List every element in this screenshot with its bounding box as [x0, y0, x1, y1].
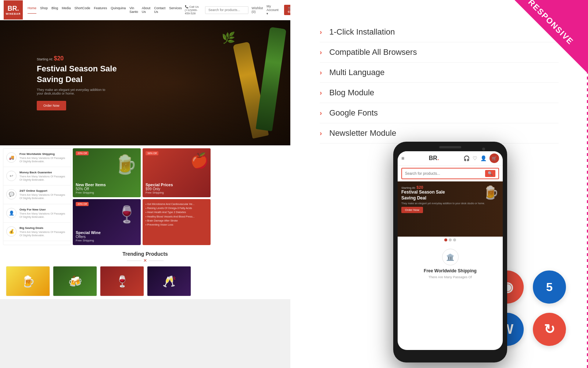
search-input[interactable]: [205, 7, 248, 13]
health-item-3: • Heart Health And Type 2 Diabetes: [146, 210, 208, 214]
health-benefits-card: • Got Microbiome And Cardiovascular He..…: [143, 199, 211, 245]
feature-money-back: ↩ Money Back Guarantee There Are Many Va…: [3, 167, 71, 185]
phone-order-button[interactable]: Order Now: [401, 207, 423, 213]
feature-shipping-text: Free Worldwide Shipping There Are Many V…: [19, 152, 68, 163]
trending-product-1[interactable]: 🍺: [6, 266, 50, 296]
nav-item-services[interactable]: Services: [169, 6, 182, 14]
health-item-4: • Healthy Blood Vessels And Blood Press.…: [146, 215, 208, 219]
product-col-1: 20% Off New Beer Items 50% Off Free Ship…: [73, 148, 141, 245]
phone-hero-title: Festival Season SaleSaving Deal: [401, 190, 485, 201]
website-preview: BR. WINEBAR Home Shop Blog Media ShortCo…: [0, 0, 290, 368]
nav-menu: Home Shop Blog Media ShortCode Features …: [26, 6, 182, 14]
feature-list-item-4: › Blog Module: [320, 83, 559, 103]
feature-money-text: Money Back Guarantee There Are Many Vari…: [19, 171, 68, 181]
phone-dot-3[interactable]: [453, 238, 456, 241]
health-item-2: • Raising Levels Of Omega-3 Fatty Acids: [146, 206, 208, 210]
phone-search-input[interactable]: [405, 171, 485, 176]
wishlist-button[interactable]: Wishlist (0): [251, 6, 263, 14]
tech-icon-refresh[interactable]: ↻: [533, 313, 566, 346]
phone-user-icon: 👤: [480, 155, 487, 161]
phone-cart-icon[interactable]: 🛒: [490, 153, 499, 163]
phone-menu-icon[interactable]: ≡: [401, 155, 404, 161]
wine-shipping: Free Shipping: [76, 239, 101, 242]
feature-support-desc: There Are Many Variations Of Passages Of…: [19, 193, 68, 200]
feature-saving-desc: There Are Many Variations Of Passages Of…: [19, 230, 68, 237]
beer-shipping: Free Shipping: [76, 191, 106, 194]
mobile-phone-mockup: ≡ BR. 🎧 ♡ 👤 🛒 🔍 Starting At: $: [393, 142, 507, 362]
trending-product-3[interactable]: 🍷: [100, 266, 144, 296]
nav-item-home[interactable]: Home: [28, 6, 36, 14]
trending-section: Trending Products ✕ 🍺 🍻 🍷 🥂: [3, 248, 287, 296]
responsive-banner: RESPONSIVE: [514, 0, 588, 74]
lower-content: 🚚 Free Worldwide Shipping There Are Many…: [0, 145, 290, 299]
phone-speaker: [439, 146, 461, 148]
product-card-wine[interactable]: 20% Off Special Wine Offers Free Shippin…: [73, 199, 141, 245]
nav-item-quinquina[interactable]: Quinquina: [111, 6, 126, 14]
account-button[interactable]: My Account ▾: [266, 4, 281, 15]
nav-item-features[interactable]: Features: [94, 6, 107, 14]
wine-card-title: Special Wine: [76, 230, 101, 235]
arrow-icon-5: ›: [320, 109, 322, 117]
nav-right-section: 📞 Call Us (+12)000-459-528 🔍 Wishlist (0…: [185, 4, 290, 15]
phone-search-button[interactable]: 🔍: [485, 170, 495, 177]
product-card-beer[interactable]: 20% Off New Beer Items 50% Off Free Ship…: [73, 148, 141, 197]
nav-item-shop[interactable]: Shop: [40, 6, 48, 14]
feature-new-user: 👤 Only For New User There Are Many Varia…: [3, 204, 71, 223]
phone-bottle-image: 🍺: [483, 185, 499, 200]
cart-button[interactable]: 🛒 Cart(0): €0.00: [284, 5, 290, 15]
feature-label-1: 1-Click Installation: [329, 27, 395, 37]
phone-feature-desc: There Are Many Passages Of: [401, 275, 499, 280]
products-grid: 20% Off New Beer Items 50% Off Free Ship…: [73, 148, 287, 245]
nav-item-vinsanto[interactable]: Vin Santo: [129, 6, 138, 14]
money-back-icon: ↩: [6, 171, 17, 181]
phone-feature-title: Free Worldwide Shipping: [401, 268, 499, 273]
feature-shipping-title: Free Worldwide Shipping: [19, 152, 68, 156]
nav-item-blog[interactable]: Blog: [51, 6, 58, 14]
hero-price: $20: [54, 55, 64, 61]
feature-label-4: Blog Module: [329, 88, 374, 98]
hero-description: They make an elegant yet everyday additi…: [37, 88, 110, 95]
phone-dot-2[interactable]: [449, 238, 452, 241]
trending-products-list: 🍺 🍻 🍷 🥂: [6, 266, 284, 296]
site-logo[interactable]: BR. WINEBAR: [4, 0, 23, 20]
product-card-special[interactable]: 38% Off Special Prices $99 Only Free Shi…: [143, 148, 211, 197]
phone-heart-icon: ♡: [473, 155, 477, 161]
new-user-icon: 👤: [6, 208, 17, 218]
phone-nav-bar: ≡ BR. 🎧 ♡ 👤 🛒: [398, 151, 503, 166]
feature-shipping-desc: There Are Many Variations Of Passages Of…: [19, 156, 68, 163]
special-card-subtitle: $99 Only: [146, 187, 173, 191]
feature-label-5: Google Fonts: [329, 108, 378, 118]
tech-icon-html5[interactable]: 5: [533, 270, 566, 304]
feature-saving: 💰 Big Saving Deals There Are Many Variat…: [3, 223, 71, 241]
phone-hero-price: $20: [416, 185, 423, 190]
feature-money-title: Money Back Guarantee: [19, 171, 68, 174]
special-emoji: 🍎: [190, 152, 209, 169]
wine-emoji: 🍷: [116, 205, 137, 224]
wine-badge: 20% Off: [76, 202, 89, 206]
phone-dot-1[interactable]: [444, 238, 447, 241]
beer-badge: 20% Off: [76, 151, 89, 155]
feature-label-3: Multi Language: [329, 68, 384, 77]
trending-product-4[interactable]: 🥂: [147, 266, 191, 296]
trending-product-2[interactable]: 🍻: [53, 266, 97, 296]
nav-item-about[interactable]: About Us: [142, 6, 151, 14]
feature-saving-text: Big Saving Deals There Are Many Variatio…: [19, 226, 68, 237]
hero-cta-button[interactable]: Order Now: [37, 101, 66, 110]
health-item-5: • Brain Damage After Stroke: [146, 219, 208, 223]
nav-item-media[interactable]: Media: [62, 6, 71, 14]
product-col-2: 38% Off Special Prices $99 Only Free Shi…: [143, 148, 211, 245]
feature-newuser-desc: There Are Many Variations Of Passages Of…: [19, 212, 68, 219]
feature-saving-title: Big Saving Deals: [19, 226, 68, 230]
nav-item-shortcode[interactable]: ShortCode: [75, 6, 90, 14]
feature-newuser-title: Only For New User: [19, 208, 68, 211]
arrow-icon-1: ›: [320, 28, 322, 36]
logo-subtitle: WINEBAR: [6, 13, 21, 15]
arrow-icon-4: ›: [320, 89, 322, 97]
phone-hero: Starting At: $20 Festival Season SaleSav…: [398, 181, 503, 237]
feature-shipping: 🚚 Free Worldwide Shipping There Are Many…: [3, 149, 71, 167]
special-card-title: Special Prices: [146, 183, 173, 187]
search-bar[interactable]: 🔍: [205, 6, 248, 14]
html5-symbol: 5: [546, 280, 553, 294]
nav-item-contact[interactable]: Contact Us: [154, 6, 165, 14]
feature-list-item-6: › Newsletter Module: [320, 123, 559, 144]
